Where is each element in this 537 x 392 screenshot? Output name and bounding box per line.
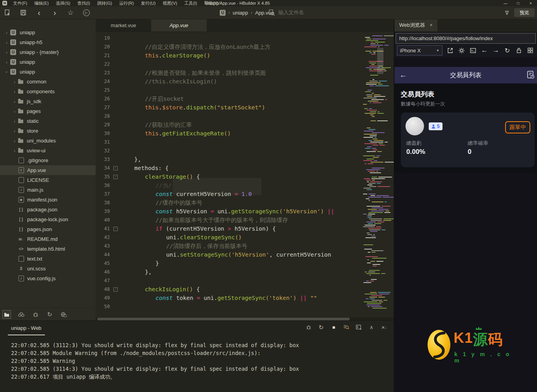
tree-item-common[interactable]: ›common (0, 77, 96, 87)
tree-item-uniapp[interactable]: ›Uuniapp (0, 28, 96, 37)
console-tab[interactable]: uniapp - Web (11, 325, 41, 331)
breadcrumb-project[interactable]: uniapp (233, 10, 248, 16)
fold-marker-icon[interactable]: - (113, 166, 119, 170)
menu-item[interactable]: 跳转(G) (94, 0, 116, 6)
back-icon[interactable]: ‹ (35, 9, 43, 16)
qr-grid-icon[interactable] (526, 47, 534, 54)
chevron-icon[interactable]: › (3, 60, 10, 65)
tree-item-pages[interactable]: ›pages (0, 106, 96, 116)
sync-refresh-icon[interactable]: ↻ (46, 311, 54, 318)
minimap-slider[interactable] (377, 48, 383, 74)
tree-item-text.txt[interactable]: text.txt (0, 254, 96, 264)
tree-item-.gitignore[interactable]: .gitignore (0, 155, 96, 165)
run-icon[interactable]: ▷ (83, 9, 90, 16)
follow-status-button[interactable]: 跟單中 (505, 121, 530, 133)
refresh-icon[interactable]: ↻ (504, 47, 511, 54)
minimap[interactable] (362, 34, 390, 314)
chevron-icon[interactable]: › (3, 50, 10, 55)
tree-item-static[interactable]: ›static (0, 116, 96, 126)
editor-tab-App.vue[interactable]: App.vue (151, 19, 207, 31)
tree-item-main.js[interactable]: Jmain.js (0, 185, 96, 195)
menu-item[interactable]: 发行(U) (137, 0, 159, 6)
tree-item-uniapp---master-[interactable]: ›Uuniapp - {master} (0, 47, 96, 57)
console-debug-bug-icon[interactable] (305, 324, 312, 331)
explorer-folder-icon[interactable] (2, 310, 11, 319)
fold-marker-icon[interactable]: - (113, 175, 119, 179)
forward-icon[interactable]: › (51, 9, 58, 16)
scrollbar-thumb[interactable] (97, 318, 350, 320)
filter-funnel-icon[interactable]: ∇ (505, 10, 509, 16)
menu-item[interactable]: 工具(I) (181, 0, 200, 6)
chevron-icon[interactable]: › (3, 30, 10, 35)
tree-item-template.h5.html[interactable]: <>template.h5.html (0, 244, 96, 254)
tree-item-README.md[interactable]: M↓README.md (0, 234, 96, 244)
minimize-button[interactable]: — (499, 0, 512, 6)
maximize-button[interactable]: □ (512, 0, 524, 6)
preview-button[interactable]: 预览 (514, 8, 535, 17)
file-search[interactable]: 输入文件名 (268, 6, 304, 19)
tree-item-uni-modules[interactable]: ›uni_modules (0, 136, 96, 146)
search-binoculars-icon[interactable] (17, 311, 25, 318)
tree-item-vue.config.js[interactable]: Jvue.config.js (0, 274, 96, 283)
fold-marker-icon[interactable]: - (113, 287, 119, 292)
console-collapse-icon[interactable]: ∧ (368, 324, 375, 331)
tree-item-manifest.json[interactable]: ◉manifest.json (0, 195, 96, 205)
nav-forward-icon[interactable]: → (492, 47, 500, 54)
fold-marker-icon[interactable]: - (113, 227, 119, 231)
tree-item-components[interactable]: ›components (0, 87, 96, 96)
minimap-bar (368, 212, 383, 213)
debug-bug-icon[interactable] (31, 311, 39, 318)
menu-item[interactable]: 查找(I) (74, 0, 93, 6)
order-record-icon[interactable] (527, 71, 535, 79)
tree-item-uniapp-h5[interactable]: ›Uuniapp-h5 (0, 37, 96, 47)
tree-item-store[interactable]: ›store (0, 126, 96, 136)
code-line-20: 20//自定义缓存清理方法，应放在onLaunch最上方 (96, 43, 362, 51)
globe-cloud-icon[interactable] (60, 311, 68, 318)
tree-item-js-sdk[interactable]: ›js_sdk (0, 96, 96, 106)
nav-back-icon[interactable]: ← (481, 47, 488, 54)
folder-icon (18, 139, 23, 143)
console-stop-icon[interactable]: ■ (330, 324, 337, 331)
close-button[interactable]: × (524, 0, 537, 6)
tree-item-uview-ui[interactable]: ›uview-ui (0, 146, 96, 155)
url-bar[interactable]: http://localhost:8080/#/pages/follow/ind… (396, 33, 536, 44)
minimap-bar (366, 40, 378, 41)
tree-item-App.vue[interactable]: VApp.vue (0, 165, 96, 175)
minimap-bar (372, 308, 387, 309)
console-restart-icon[interactable]: ↻ (318, 324, 324, 331)
bookmark-star-icon[interactable]: ☆ (67, 9, 74, 16)
menu-item[interactable]: 视图(V) (159, 0, 181, 6)
tree-item-uni.scss[interactable]: Suni.scss (0, 264, 96, 274)
menu-item[interactable]: 运行(R) (116, 0, 137, 6)
chevron-icon[interactable]: › (3, 70, 10, 74)
console-clear-icon[interactable]: ×↓ (381, 324, 387, 331)
lock-icon[interactable] (515, 47, 522, 54)
console-output[interactable]: 22:07:02.585 (3112:3) You should write d… (11, 341, 299, 381)
new-file-icon[interactable] (4, 9, 11, 16)
tree-item-package.json[interactable]: [ ]package.json (0, 205, 96, 214)
trader-card[interactable]: 5 跟單中 總盈虧 總準確率 0.00% 0 (401, 113, 535, 167)
editor-tab-market.vue[interactable]: market.vue (96, 19, 151, 31)
tree-item-package-lock.json[interactable]: [ ]package-lock.json (0, 214, 96, 224)
save-icon[interactable] (20, 9, 27, 16)
console-find-icon[interactable] (343, 324, 350, 331)
browser-tab[interactable]: Web浏览器 × (394, 19, 437, 31)
minimap-bar (365, 225, 376, 226)
menu-item[interactable]: 文件(F) (9, 0, 31, 6)
tree-item-uniapp[interactable]: ›Uuniapp (0, 67, 96, 77)
tab-close-icon[interactable]: × (430, 22, 433, 28)
menu-item[interactable]: 选择(S) (52, 0, 74, 6)
open-external-icon[interactable] (446, 47, 454, 54)
tree-item-label: manifest.json (27, 197, 57, 203)
tree-item-LICENSE[interactable]: LICENSE (0, 175, 96, 185)
device-select[interactable]: iPhone X ▼ (397, 45, 443, 55)
code-area[interactable]: 1920//自定义缓存清理方法，应放在onLaunch最上方21this.cle… (96, 34, 362, 316)
console-new-terminal-icon[interactable] (356, 324, 362, 331)
settings-gear-icon[interactable] (458, 47, 465, 54)
minimap-bar (368, 171, 375, 172)
console-window-icon[interactable] (469, 47, 477, 54)
menu-item[interactable]: 编辑(E) (31, 0, 52, 6)
tree-item-uniapp[interactable]: ›Uuniapp (0, 57, 96, 67)
chevron-icon[interactable]: › (3, 40, 10, 45)
tree-item-pages.json[interactable]: [ ]pages.json (0, 224, 96, 234)
